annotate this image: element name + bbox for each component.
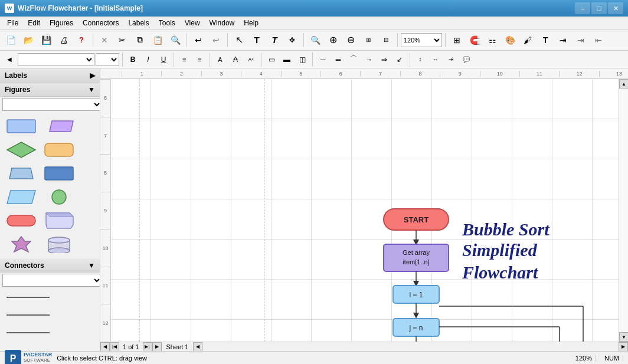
align-center-button[interactable]: ≡ xyxy=(192,53,207,67)
connectors-dropdown[interactable] xyxy=(2,274,100,287)
menu-file[interactable]: File xyxy=(2,18,23,28)
scroll-track-v[interactable] xyxy=(619,88,628,332)
import-button[interactable]: ⇥ xyxy=(555,32,571,48)
shape-rect-dark[interactable] xyxy=(41,163,77,184)
paste-button[interactable]: 📋 xyxy=(149,32,166,48)
open-button[interactable]: 📂 xyxy=(20,32,37,48)
shape-circle[interactable] xyxy=(41,186,77,208)
size-select[interactable]: 8101214 xyxy=(96,53,119,66)
line-curve-button[interactable]: ⌒ xyxy=(346,53,361,67)
textformat-button[interactable]: T xyxy=(537,32,554,48)
align-button[interactable]: ⚏ xyxy=(484,32,501,48)
zoom-minus-button[interactable]: ⊖ xyxy=(342,32,359,48)
connector-simple[interactable] xyxy=(6,327,50,339)
grid-button[interactable]: ⊞ xyxy=(449,32,465,48)
canvas[interactable]: Bubble Sort Simplified Flowchart START G… xyxy=(111,79,619,342)
line-style-button[interactable]: ─ xyxy=(316,53,330,67)
scroll-up-button[interactable]: ▲ xyxy=(619,79,628,88)
shape-3dbox[interactable] xyxy=(41,210,77,231)
save-button[interactable]: 💾 xyxy=(38,32,54,48)
fill-button[interactable]: ▬ xyxy=(280,53,294,67)
spacing-button[interactable]: ↕ xyxy=(413,53,427,67)
border-button[interactable]: ▭ xyxy=(264,53,279,67)
font-select[interactable]: Arial Times New Roman xyxy=(18,53,94,66)
shadow-button[interactable]: ◫ xyxy=(295,53,309,67)
underline-button[interactable]: U xyxy=(156,53,171,67)
line-arrow-button[interactable]: → xyxy=(362,53,376,67)
export2-button[interactable]: ⇤ xyxy=(590,32,607,48)
menu-view[interactable]: View xyxy=(180,18,205,28)
getarray-node[interactable] xyxy=(384,244,449,271)
delete-button[interactable]: ✕ xyxy=(96,32,113,48)
line-start-button[interactable]: ↙ xyxy=(392,53,407,67)
connector-arrow-right[interactable] xyxy=(6,291,50,303)
snap-button[interactable]: 🧲 xyxy=(466,32,483,48)
shape-diamond[interactable] xyxy=(4,139,39,160)
close-button[interactable]: ✕ xyxy=(608,2,623,14)
menu-connectors[interactable]: Connectors xyxy=(78,18,123,28)
shape-terminal[interactable] xyxy=(4,210,39,231)
style-button[interactable]: 🎨 xyxy=(502,32,518,48)
move-button[interactable]: ✥ xyxy=(284,32,300,48)
menu-window[interactable]: Window xyxy=(205,18,240,28)
scroll-down-button[interactable]: ▼ xyxy=(619,332,628,342)
zoom-in-button[interactable]: 🔍 xyxy=(307,32,323,48)
maximize-button[interactable]: □ xyxy=(591,2,607,14)
text-button[interactable]: T xyxy=(248,32,265,48)
find-button[interactable]: 🔍 xyxy=(167,32,184,48)
spacing2-button[interactable]: ↔ xyxy=(429,53,443,67)
zoom-dropdown[interactable]: 120% 50% 75% 100% 150% 200% xyxy=(401,33,442,47)
export-button[interactable]: ⇥ xyxy=(573,32,589,48)
cut-button[interactable]: ✂ xyxy=(114,32,130,48)
superscript-button[interactable]: A² xyxy=(244,53,258,67)
minimize-button[interactable]: – xyxy=(575,2,590,14)
bold-button[interactable]: B xyxy=(126,53,140,67)
text2-button[interactable]: T xyxy=(266,32,283,48)
sheet-scroll-right[interactable]: ▶ xyxy=(619,342,628,352)
copy-button[interactable]: ⧉ xyxy=(132,32,148,48)
shape-rounded-rect[interactable] xyxy=(41,139,77,160)
connector-arrow-right2[interactable] xyxy=(6,309,50,321)
new-button[interactable]: 📄 xyxy=(2,32,19,48)
zoom-fit-button[interactable]: ⊞ xyxy=(360,32,377,48)
zoom-actual-button[interactable]: ⊟ xyxy=(378,32,394,48)
color-button[interactable]: 🖌 xyxy=(519,32,536,48)
labels-header[interactable]: Labels ▶ xyxy=(0,68,100,83)
connectors-header[interactable]: Connectors ▼ xyxy=(0,258,100,273)
line-style2-button[interactable]: ═ xyxy=(331,53,345,67)
menu-figures[interactable]: Figures xyxy=(45,18,78,28)
shape-badge[interactable] xyxy=(4,234,39,255)
shape-rectangle[interactable] xyxy=(4,116,39,137)
strikethrough-button[interactable]: A xyxy=(228,53,243,67)
menu-labels[interactable]: Labels xyxy=(123,18,153,28)
sheet-scroll-left[interactable]: ◀ xyxy=(193,342,202,352)
scroll-left-button[interactable]: ◀ xyxy=(100,342,110,352)
zoom-plus-button[interactable]: ⊕ xyxy=(325,32,341,48)
nav-end-button[interactable]: ▶| xyxy=(143,342,152,352)
scroll-right-btn[interactable]: ▶ xyxy=(152,342,162,352)
tb2-btn1[interactable]: ◀ xyxy=(2,53,17,67)
help-button[interactable]: ? xyxy=(73,32,90,48)
nav-start-button[interactable]: |◀ xyxy=(110,342,119,352)
menu-help[interactable]: Help xyxy=(239,18,263,28)
indent-button[interactable]: ⇥ xyxy=(444,53,458,67)
undo-button[interactable]: ↩ xyxy=(190,32,207,48)
menu-tools[interactable]: Tools xyxy=(154,18,180,28)
figures-header[interactable]: Figures ▼ xyxy=(0,83,100,97)
comment-button[interactable]: 💬 xyxy=(459,53,473,67)
redo-button[interactable]: ↩ xyxy=(208,32,224,48)
font-color-button[interactable]: A xyxy=(213,53,227,67)
shape-skewed[interactable] xyxy=(4,186,39,208)
shape-cylinder[interactable] xyxy=(41,234,77,255)
shape-parallelogram[interactable] xyxy=(41,116,77,137)
scrollbar-vertical[interactable]: ▲ ▼ xyxy=(619,79,628,342)
menu-edit[interactable]: Edit xyxy=(23,18,45,28)
italic-button[interactable]: I xyxy=(141,53,155,67)
print-button[interactable]: 🖨 xyxy=(55,32,72,48)
line-end-button[interactable]: ⇒ xyxy=(377,53,391,67)
figures-dropdown[interactable] xyxy=(2,98,100,111)
shape-trapezoid[interactable] xyxy=(4,163,39,184)
select-button[interactable]: ↖ xyxy=(231,32,247,48)
align-left-button[interactable]: ≡ xyxy=(177,53,191,67)
scrollbar-horizontal[interactable]: ◀ |◀ 1 of 1 ▶| ▶ Sheet 1 ◀ ▶ xyxy=(100,342,628,351)
